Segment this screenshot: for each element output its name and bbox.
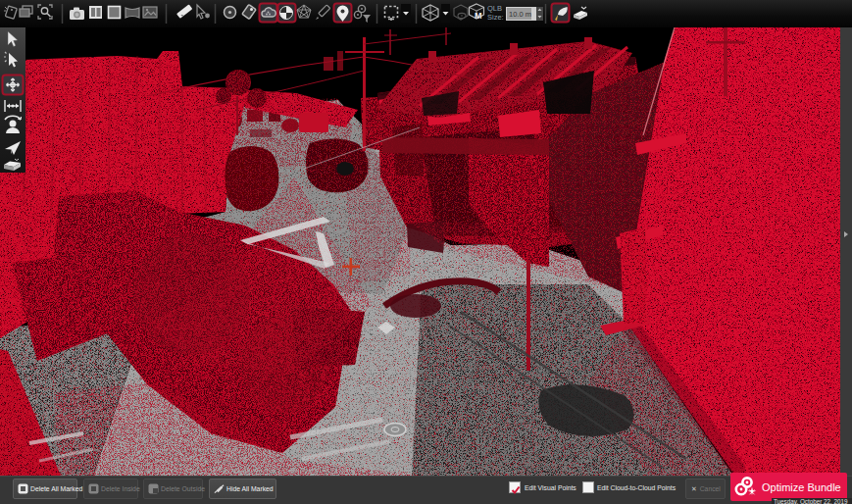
svg-text:M: M	[475, 11, 482, 21]
svg-text:10.0 m: 10.0 m	[509, 10, 531, 19]
svg-text:Size:: Size:	[487, 13, 504, 22]
svg-text:QLB: QLB	[487, 4, 502, 13]
